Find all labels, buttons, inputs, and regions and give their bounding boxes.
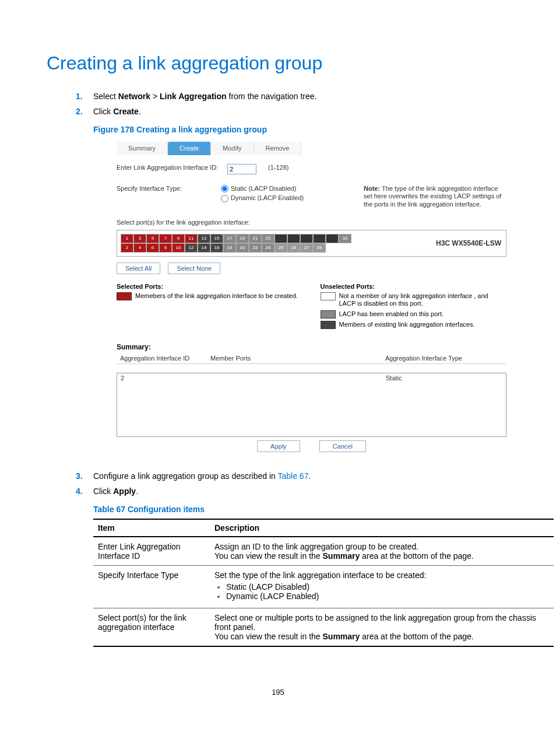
cancel-button[interactable]: Cancel <box>319 440 366 452</box>
step-2: 2. Click Create. <box>93 107 509 116</box>
select-none-button[interactable]: Select None <box>168 262 220 274</box>
port-10[interactable]: 10 <box>172 243 185 253</box>
port-21[interactable]: 21 <box>249 234 262 243</box>
port-16[interactable]: 16 <box>210 243 223 253</box>
th-desc: Description <box>210 519 554 537</box>
port-blank <box>326 234 339 243</box>
port-blank <box>313 234 326 243</box>
step-4: 4. Click Apply. <box>93 487 509 496</box>
cell-item-1: Specify Interface Type <box>93 566 210 608</box>
port-5[interactable]: 5 <box>146 234 159 243</box>
radio-static-input[interactable] <box>221 185 228 192</box>
port-1[interactable]: 1 <box>121 234 133 243</box>
summary-col-ports: Member Ports <box>210 355 385 362</box>
tab-create[interactable]: Create <box>168 142 211 155</box>
port-11[interactable]: 11 <box>185 234 198 243</box>
tab-summary[interactable]: Summary <box>117 142 168 155</box>
unselected-legend-3: Members of existing link aggregation int… <box>339 321 475 328</box>
summary-heading: Summary: <box>117 343 506 351</box>
port-25[interactable]: 25 <box>275 243 287 253</box>
port-26[interactable]: 26 <box>287 243 300 253</box>
port-blank <box>300 234 313 243</box>
radio-dynamic[interactable]: Dynamic (LACP Enabled) <box>221 194 304 202</box>
port-blank <box>287 234 300 243</box>
figure-screenshot: Summary Create Modify Remove Enter Link … <box>114 137 509 468</box>
port-18[interactable]: 18 <box>223 243 236 253</box>
summary-col-id: Aggregation Interface ID <box>120 355 210 362</box>
step-1: 1. Select Network > Link Aggregation fro… <box>93 92 509 101</box>
interface-id-input[interactable] <box>227 164 256 174</box>
cell-desc-0: Assign an ID to the link aggregation gro… <box>210 537 554 566</box>
cell-desc-1: Set the type of the link aggregation int… <box>210 566 554 608</box>
port-20[interactable]: 20 <box>236 243 249 253</box>
cell-item-0: Enter Link Aggregation Interface ID <box>93 537 210 566</box>
summary-row-type: Static <box>386 374 485 382</box>
port-4[interactable]: 4 <box>133 243 146 253</box>
page-number: 195 <box>47 688 509 696</box>
port-23[interactable]: 23 <box>262 234 275 243</box>
port-panel: 1357911131517192123332468101214161820222… <box>117 230 506 257</box>
step-3-num: 3. <box>76 471 83 481</box>
port-33[interactable]: 33 <box>339 234 351 243</box>
step-3: 3. Configure a link aggregation group as… <box>93 471 509 481</box>
port-8[interactable]: 8 <box>159 243 172 253</box>
port-12[interactable]: 12 <box>185 243 198 253</box>
swatch-notmember <box>321 292 336 300</box>
port-13[interactable]: 13 <box>198 234 210 243</box>
port-6[interactable]: 6 <box>146 243 159 253</box>
apply-button[interactable]: Apply <box>257 440 300 452</box>
swatch-existing-member <box>321 321 336 329</box>
page-title: Creating a link aggregation group <box>47 52 509 74</box>
port-14[interactable]: 14 <box>198 243 210 253</box>
summary-row-ports <box>211 374 386 382</box>
tab-remove[interactable]: Remove <box>254 142 302 155</box>
port-2[interactable]: 2 <box>121 243 133 253</box>
step-4-text: Click Apply. <box>93 487 138 496</box>
unselected-ports-header: Unselected Ports: <box>321 283 507 290</box>
summary-row-id: 2 <box>121 374 211 382</box>
th-item: Item <box>93 519 210 537</box>
port-22[interactable]: 22 <box>249 243 262 253</box>
tab-modify[interactable]: Modify <box>211 142 254 155</box>
step-2-num: 2. <box>76 107 83 116</box>
select-ports-label: Select port(s) for the link aggregation … <box>117 219 506 226</box>
port-24[interactable]: 24 <box>262 243 275 253</box>
step-4-num: 4. <box>76 487 83 496</box>
table-67-link[interactable]: Table 67 <box>278 471 309 481</box>
port-27[interactable]: 27 <box>300 243 313 253</box>
interface-id-range: (1-128) <box>268 164 288 172</box>
port-9[interactable]: 9 <box>172 234 185 243</box>
port-28[interactable]: 28 <box>313 243 326 253</box>
interface-id-label: Enter Link Aggregation Interface ID: <box>117 164 227 172</box>
step-1-text: Select Network > Link Aggregation from t… <box>93 92 316 101</box>
bullet-dynamic: Dynamic (LACP Enabled) <box>226 592 549 601</box>
device-model: H3C WX5540E-LSW <box>436 239 501 247</box>
interface-type-note: Note: The type of the link aggregation i… <box>364 185 506 208</box>
summary-col-type: Aggregation Interface Type <box>385 355 484 362</box>
step-3-text: Configure a link aggregation group as de… <box>93 471 311 481</box>
port-3[interactable]: 3 <box>133 234 146 243</box>
config-table: Item Description Enter Link Aggregation … <box>93 519 554 647</box>
port-7[interactable]: 7 <box>159 234 172 243</box>
port-19[interactable]: 19 <box>236 234 249 243</box>
unselected-legend-2: LACP has been enabled on this port. <box>339 310 444 318</box>
port-17[interactable]: 17 <box>223 234 236 243</box>
select-all-button[interactable]: Select All <box>117 262 160 274</box>
selected-ports-header: Selected Ports: <box>117 283 303 290</box>
swatch-selected <box>117 292 132 300</box>
port-15[interactable]: 15 <box>210 234 223 243</box>
summary-block: 2 Static <box>117 373 506 437</box>
radio-dynamic-input[interactable] <box>221 195 228 202</box>
radio-static[interactable]: Static (LACP Disabled) <box>221 185 296 192</box>
swatch-lacp-enabled <box>321 310 336 318</box>
radio-dynamic-label: Dynamic (LACP Enabled) <box>231 194 304 202</box>
selected-legend-text: Memebers of the link aggregation interfa… <box>135 292 298 300</box>
cell-item-2: Select port(s) for the link aggregation … <box>93 608 210 647</box>
cell-desc-2: Select one or multiple ports to be assig… <box>210 608 554 647</box>
radio-static-label: Static (LACP Disabled) <box>231 185 296 192</box>
table-67-caption: Table 67 Configuration items <box>47 505 509 514</box>
port-blank <box>275 234 287 243</box>
step-1-num: 1. <box>76 92 83 101</box>
unselected-legend-1: Not a member of any link aggregation int… <box>339 292 507 307</box>
bullet-static: Static (LACP Disabled) <box>226 582 549 592</box>
